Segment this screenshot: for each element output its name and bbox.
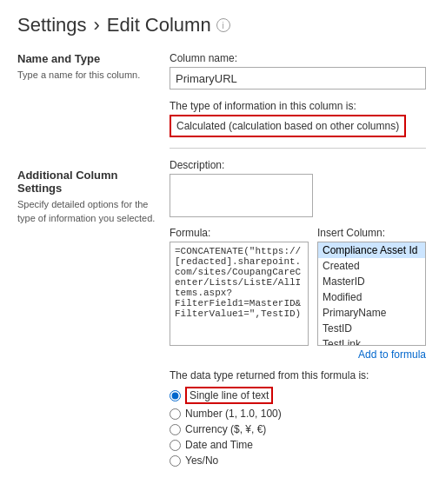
- list-item[interactable]: Compliance Asset Id: [318, 242, 425, 258]
- radio-label-currency: Currency ($, ¥, €): [185, 423, 266, 435]
- list-item[interactable]: Created: [318, 258, 425, 274]
- radio-item-number[interactable]: Number (1, 1.0, 100): [170, 408, 426, 420]
- name-and-type-title: Name and Type: [17, 52, 161, 65]
- radio-yesno[interactable]: [170, 455, 181, 467]
- data-type-label: The data type returned from this formula…: [170, 369, 426, 381]
- main-layout: Name and Type Type a name for this colum…: [17, 52, 422, 467]
- right-panel: Column name: The type of information in …: [170, 52, 426, 467]
- type-label: The type of information in this column i…: [170, 100, 426, 112]
- list-item[interactable]: Modified: [318, 289, 425, 305]
- left-panel: Name and Type Type a name for this colum…: [17, 52, 170, 467]
- divider: [170, 148, 426, 149]
- formula-textarea[interactable]: =CONCATENATE("https://[redacted].sharepo…: [170, 242, 309, 346]
- list-item[interactable]: TestID: [318, 321, 425, 336]
- formula-label: Formula:: [170, 227, 309, 239]
- breadcrumb-separator: ›: [94, 14, 100, 36]
- formula-col: Formula: =CONCATENATE("https://[redacted…: [170, 227, 309, 361]
- radio-item-text[interactable]: Single line of text: [170, 387, 426, 404]
- insert-column-listbox[interactable]: Compliance Asset IdCreatedMasterIDModifi…: [317, 242, 426, 346]
- additional-settings-title: Additional Column Settings: [17, 169, 161, 195]
- radio-text[interactable]: [170, 390, 181, 401]
- list-item[interactable]: TestLink: [318, 336, 425, 346]
- data-type-radio-group: Single line of textNumber (1, 1.0, 100)C…: [170, 387, 426, 467]
- list-item[interactable]: MasterID: [318, 274, 425, 289]
- settings-breadcrumb[interactable]: Settings: [17, 14, 87, 36]
- radio-label-text: Single line of text: [185, 387, 273, 404]
- data-type-section: The data type returned from this formula…: [170, 369, 426, 467]
- radio-label-datetime: Date and Time: [185, 439, 253, 451]
- radio-currency[interactable]: [170, 424, 181, 435]
- description-textarea[interactable]: [170, 174, 313, 217]
- radio-item-yesno[interactable]: Yes/No: [170, 454, 426, 467]
- radio-number[interactable]: [170, 408, 181, 420]
- description-label: Description:: [170, 159, 426, 171]
- radio-item-datetime[interactable]: Date and Time: [170, 439, 426, 451]
- radio-label-number: Number (1, 1.0, 100): [185, 408, 282, 420]
- column-name-label: Column name:: [170, 52, 426, 64]
- radio-item-currency[interactable]: Currency ($, ¥, €): [170, 423, 426, 435]
- page-header: Settings › Edit Column i: [17, 14, 422, 36]
- insert-col: Insert Column: Compliance Asset IdCreate…: [317, 227, 426, 361]
- type-value: Calculated (calculation based on other c…: [170, 115, 406, 137]
- column-name-input[interactable]: [170, 67, 426, 90]
- insert-column-label: Insert Column:: [317, 227, 426, 239]
- info-icon[interactable]: i: [216, 18, 230, 32]
- name-and-type-desc: Type a name for this column.: [17, 69, 161, 82]
- formula-row: Formula: =CONCATENATE("https://[redacted…: [170, 227, 426, 361]
- additional-settings-desc: Specify detailed options for the type of…: [17, 198, 161, 225]
- add-to-formula-link[interactable]: Add to formula: [317, 348, 426, 361]
- radio-datetime[interactable]: [170, 440, 181, 451]
- page-title: Edit Column: [107, 14, 211, 36]
- radio-label-yesno: Yes/No: [185, 454, 218, 467]
- list-item[interactable]: PrimaryName: [318, 305, 425, 321]
